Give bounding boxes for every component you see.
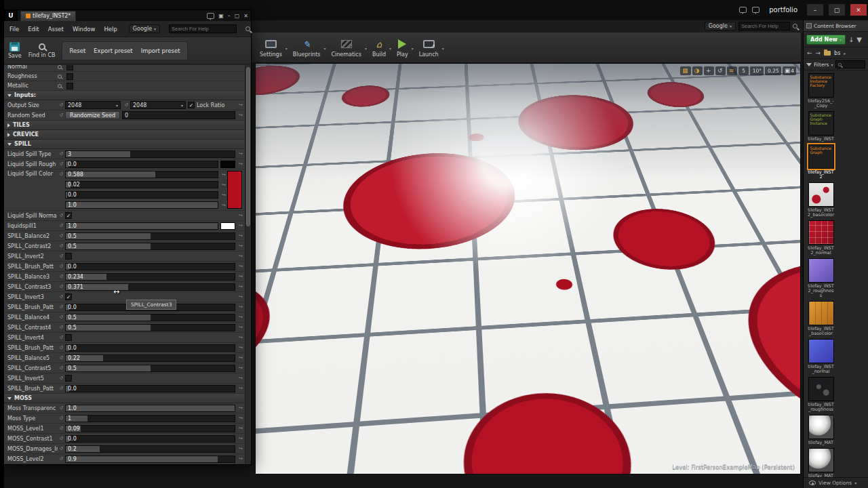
filters-button[interactable]: Filters — [814, 62, 829, 68]
parameter-checkbox[interactable] — [65, 253, 72, 260]
reset-default-icon[interactable]: ↪ — [237, 446, 244, 451]
reset-default-icon[interactable]: ↪ — [220, 203, 227, 208]
reset-default-icon[interactable]: ↪ — [237, 161, 244, 167]
chevron-down-icon[interactable]: ▾ — [831, 62, 833, 67]
output-checkbox[interactable] — [66, 83, 73, 89]
reset-icon[interactable]: ↺ — [58, 415, 65, 421]
viewport-toolbar-button[interactable]: ◑ — [692, 66, 703, 75]
level-viewport[interactable]: ▦ ◑ + ↺ ≡ — [255, 63, 801, 474]
maximize-button[interactable]: ▢ — [829, 4, 845, 16]
reset-default-icon[interactable]: ↪ — [237, 294, 244, 300]
reset-icon[interactable]: ↺ — [58, 294, 65, 300]
reset-default-icon[interactable]: ↪ — [237, 365, 244, 371]
parameter-slider[interactable]: 0.5 — [65, 324, 235, 331]
maximize-button[interactable]: ▢ — [235, 13, 240, 19]
editor-tab[interactable]: tilefay_INST2* — [20, 11, 76, 21]
minimize-button[interactable]: – — [807, 4, 823, 16]
section-header-crevice[interactable]: CREVICE — [4, 130, 244, 140]
parameter-slider[interactable]: 0.5 — [65, 365, 235, 372]
scrollbar-thumb[interactable] — [246, 67, 250, 226]
reset-default-icon[interactable]: ↪ — [237, 113, 244, 118]
color-r-slider[interactable]: 0.588 — [65, 171, 218, 178]
reset-icon[interactable]: ↺ — [58, 213, 65, 218]
reset-icon[interactable]: ↺ — [58, 243, 65, 249]
help-search-input[interactable] — [738, 22, 790, 30]
color-swatch[interactable] — [220, 222, 235, 230]
import-icon[interactable]: ↓ — [848, 36, 854, 43]
section-header-tiles[interactable]: TILES — [4, 121, 244, 130]
parameter-slider[interactable]: 0.22 — [65, 354, 235, 362]
preview-icon[interactable] — [58, 75, 62, 79]
reset-icon[interactable]: ↺ — [58, 345, 65, 350]
view-options-button[interactable]: View Options — [818, 480, 852, 486]
menu-item[interactable]: Edit — [28, 26, 39, 33]
preview-icon[interactable] — [58, 65, 62, 69]
help-search-input[interactable] — [169, 24, 237, 33]
color-b-slider[interactable]: 0.0 — [65, 191, 218, 199]
reset-default-icon[interactable]: ↪ — [237, 426, 244, 431]
import-preset-button[interactable]: Import preset — [141, 47, 180, 54]
chevron-down-icon[interactable]: ▾ — [365, 46, 367, 51]
reset-default-icon[interactable]: ↪ — [237, 233, 244, 239]
asset-item[interactable]: tilefay_INST_basecolor — [807, 301, 835, 336]
parameter-slider[interactable]: 1.0 — [65, 222, 218, 230]
reset-icon[interactable]: ↺ — [58, 456, 65, 462]
toolbar-button[interactable]: Play ▾ — [392, 37, 413, 59]
reset-icon[interactable]: ↺ — [58, 446, 65, 451]
color-swatch[interactable] — [220, 161, 235, 168]
reset-default-icon[interactable]: ↪ — [237, 151, 244, 157]
reset-default-icon[interactable]: ↪ — [220, 192, 227, 198]
chevron-right-icon[interactable]: ▸ — [844, 51, 846, 56]
menu-item[interactable]: File — [9, 26, 19, 33]
reset-default-icon[interactable]: ↪ — [237, 456, 244, 462]
reset-default-icon[interactable]: ↪ — [237, 375, 244, 381]
reset-default-icon[interactable]: ↪ — [237, 314, 244, 320]
asset-search-input[interactable] — [835, 60, 866, 68]
viewport-toolbar-button[interactable]: 5 — [738, 66, 749, 75]
menu-item[interactable]: Window — [73, 26, 96, 33]
reset-default-icon[interactable]: ↪ — [237, 405, 244, 411]
chevron-down-icon[interactable]: ▾ — [442, 46, 444, 51]
asset-item[interactable]: tilefay_INST2_normal — [807, 220, 835, 256]
reset-default-icon[interactable]: ↪ — [237, 284, 244, 289]
parameter-checkbox[interactable] — [65, 334, 72, 341]
parameter-slider[interactable]: 0.5 — [65, 243, 235, 250]
reset-icon[interactable]: ↺ — [58, 386, 65, 391]
chevron-down-icon[interactable]: ▾ — [412, 46, 414, 51]
breadcrumb[interactable]: bs — [834, 50, 840, 56]
reset-default-icon[interactable]: ↪ — [237, 253, 244, 259]
randomize-seed-button[interactable]: Randomize Seed — [65, 111, 120, 119]
viewport-toolbar-button[interactable]: 10° — [750, 66, 764, 75]
chat-icon[interactable] — [207, 13, 214, 19]
find-in-cb-button[interactable]: Find in CB — [28, 43, 56, 58]
google-search-button[interactable]: Google ▾ — [705, 22, 736, 30]
chat-icon[interactable] — [739, 7, 747, 13]
color-a-slider[interactable]: 1.0 — [65, 201, 218, 209]
parameter-slider[interactable]: 3 — [65, 150, 235, 158]
reset-icon[interactable]: ↺ — [58, 102, 65, 108]
reset-default-icon[interactable]: ↪ — [220, 172, 227, 178]
reset-icon[interactable]: ↺ — [58, 161, 65, 167]
parameter-slider[interactable]: 0.2 — [65, 445, 235, 453]
parameter-slider[interactable]: 0.0 — [65, 344, 235, 352]
menu-item[interactable]: Help — [104, 26, 117, 33]
reset-icon[interactable]: ↺ — [58, 223, 65, 228]
reset-button[interactable]: Reset — [69, 47, 85, 54]
reset-icon[interactable]: ↺ — [58, 436, 65, 441]
toolbar-button[interactable]: Blueprints ▾ — [288, 37, 326, 59]
editor-titlebar[interactable]: tilefay_INST2* ▣ – ▢ ✕ — [4, 10, 251, 21]
reset-icon[interactable]: ↺ — [58, 405, 65, 411]
preview-icon[interactable] — [58, 84, 62, 88]
viewport-toolbar-button[interactable]: + — [704, 66, 714, 75]
feedback-icon[interactable] — [752, 7, 760, 13]
reset-default-icon[interactable]: ↪ — [237, 213, 244, 218]
reset-icon[interactable]: ↺ — [58, 169, 65, 210]
reset-icon[interactable]: ↺ — [58, 304, 65, 310]
add-new-button[interactable]: Add New ▾ — [806, 35, 846, 45]
reset-default-icon[interactable]: ↪ — [237, 355, 244, 361]
section-header-moss[interactable]: MOSS — [4, 394, 244, 403]
reset-default-icon[interactable]: ↪ — [237, 274, 244, 279]
asset-item[interactable]: Substance Graph tilefay_INST2 — [807, 144, 835, 180]
asset-item[interactable]: tilefay_INST_normal — [807, 339, 835, 374]
toolbar-button[interactable]: Build ▾ — [368, 37, 391, 59]
